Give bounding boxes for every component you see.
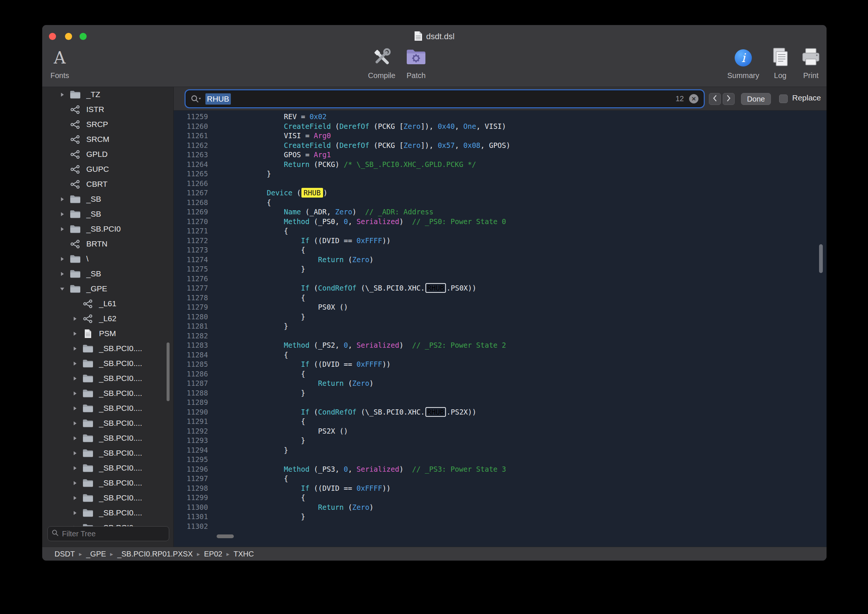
disclosure-triangle-icon[interactable]	[57, 211, 67, 217]
disclosure-triangle-icon[interactable]	[70, 376, 79, 381]
disclosure-triangle-icon[interactable]	[70, 480, 79, 486]
tree-item[interactable]: _L62	[42, 311, 174, 326]
code-line[interactable]: 11273 {	[174, 245, 826, 255]
code-line[interactable]: 11283 Method (_PS2, 0, Serialized) // _P…	[174, 341, 826, 350]
code-line[interactable]: 11300 Return (Zero)	[174, 503, 826, 512]
tree-item[interactable]: _SB.PCI0....	[42, 490, 174, 505]
disclosure-triangle-icon[interactable]	[70, 465, 79, 471]
tree-item[interactable]: ISTR	[42, 102, 174, 117]
code-line[interactable]: 11295	[174, 455, 826, 465]
disclosure-triangle-icon[interactable]	[57, 197, 67, 202]
code-line[interactable]: 11302	[174, 522, 826, 532]
disclosure-triangle-icon[interactable]	[70, 450, 79, 456]
tree-item[interactable]: _SB.PCI0....	[42, 445, 174, 460]
tree-item[interactable]: BRTN	[42, 236, 174, 251]
disclosure-triangle-icon[interactable]	[57, 92, 67, 98]
tree-item[interactable]: _SB	[42, 266, 174, 281]
disclosure-triangle-icon[interactable]	[57, 226, 67, 232]
disclosure-triangle-icon[interactable]	[70, 391, 79, 396]
tree-item[interactable]: PSM	[42, 326, 174, 341]
code-line[interactable]: 11296 Method (_PS3, 0, Serialized) // _P…	[174, 465, 826, 474]
tree-item[interactable]: CBRT	[42, 177, 174, 192]
disclosure-triangle-icon[interactable]	[57, 271, 67, 277]
tree-item[interactable]: _SB.PCI0....	[42, 341, 174, 356]
code-line[interactable]: 11268 {	[174, 198, 826, 208]
filter-tree-input[interactable]	[62, 530, 165, 538]
code-line[interactable]: 11290 If (CondRefOf (\_SB.PCI0.XHC.RHUB.…	[174, 408, 826, 417]
tree-item[interactable]: _TZ	[42, 87, 174, 102]
tree-item[interactable]: _SB.PCI0....	[42, 476, 174, 490]
disclosure-triangle-icon[interactable]	[70, 331, 79, 336]
replace-checkbox[interactable]	[779, 95, 788, 103]
code-line[interactable]: 11287 Return (Zero)	[174, 379, 826, 388]
code-line[interactable]: 11271 {	[174, 226, 826, 236]
code-line[interactable]: 11298 If ((DVID == 0xFFFF))	[174, 484, 826, 493]
search-icon[interactable]	[191, 95, 202, 104]
code-line[interactable]: 11277 If (CondRefOf (\_SB.PCI0.XHC.RHUB.…	[174, 284, 826, 293]
code-line[interactable]: 11289	[174, 398, 826, 408]
tree-item[interactable]: _SB.PCI0....	[42, 416, 174, 431]
tree-item[interactable]: _SB	[42, 192, 174, 206]
clear-search-icon[interactable]: ✕	[689, 94, 698, 104]
code-line[interactable]: 11280 }	[174, 312, 826, 322]
toolbar-item-print[interactable]: Print	[785, 45, 826, 80]
code-line[interactable]: 11284 {	[174, 350, 826, 360]
disclosure-triangle-icon[interactable]	[70, 510, 79, 516]
code-line[interactable]: 11299 {	[174, 493, 826, 503]
code-line[interactable]: 11282	[174, 331, 826, 341]
code-line[interactable]: 11265 }	[174, 169, 826, 179]
previous-match-button[interactable]	[709, 93, 721, 105]
code-line[interactable]: 11266	[174, 179, 826, 189]
code-line[interactable]: 11285 If ((DVID == 0xFFFF))	[174, 360, 826, 369]
tree-item[interactable]: SRCP	[42, 117, 174, 132]
tree-item[interactable]: GPLD	[42, 147, 174, 162]
editor-horizontal-scrollbar[interactable]	[217, 535, 234, 538]
done-button[interactable]: Done	[741, 93, 771, 105]
next-match-button[interactable]	[723, 93, 735, 105]
tree-item[interactable]: _SB.PCI0....	[42, 505, 174, 520]
disclosure-triangle-icon[interactable]	[70, 495, 79, 501]
toolbar-item-patch[interactable]: Patch	[390, 45, 442, 80]
breadcrumb-item[interactable]: _SB.PCI0.RP01.PXSX	[117, 550, 193, 558]
code-line[interactable]: 11264 Return (PCKG) /* \_SB_.PCI0.XHC_.G…	[174, 160, 826, 169]
code-line[interactable]: 11286 {	[174, 369, 826, 379]
code-line[interactable]: 11269 Name (_ADR, Zero) // _ADR: Address	[174, 207, 826, 217]
code-line[interactable]: 11262 CreateField (DerefOf (PCKG [Zero])…	[174, 141, 826, 150]
find-input[interactable]: RHUB 12 ✕	[186, 91, 703, 107]
disclosure-triangle-icon[interactable]	[70, 420, 79, 426]
tree-item[interactable]: _SB.PCI0....	[42, 401, 174, 416]
sidebar-scrollbar[interactable]	[167, 343, 170, 401]
filter-tree-field[interactable]	[47, 526, 169, 541]
editor-vertical-scrollbar[interactable]	[819, 244, 823, 273]
code-line[interactable]: 11263 GPOS = Arg1	[174, 150, 826, 160]
code-line[interactable]: 11259 REV = 0x02	[174, 112, 826, 122]
code-line[interactable]: 11270 Method (_PS0, 0, Serialized) // _P…	[174, 217, 826, 227]
disclosure-triangle-icon[interactable]	[70, 406, 79, 411]
code-line[interactable]: 11292 PS2X ()	[174, 426, 826, 436]
disclosure-triangle-icon[interactable]	[57, 286, 67, 291]
code-line[interactable]: 11301 }	[174, 512, 826, 522]
code-line[interactable]: 11291 {	[174, 417, 826, 426]
code-line[interactable]: 11294 }	[174, 445, 826, 455]
code-editor[interactable]: 11259 REV = 0x0211260 CreateField (Deref…	[174, 110, 826, 547]
code-line[interactable]: 11278 {	[174, 293, 826, 303]
breadcrumb-item[interactable]: TXHC	[233, 550, 254, 558]
code-line[interactable]: 11293 }	[174, 436, 826, 445]
code-line[interactable]: 11276	[174, 274, 826, 284]
code-line[interactable]: 11275 }	[174, 264, 826, 274]
toolbar-item-fonts[interactable]: A Fonts	[42, 45, 86, 80]
disclosure-triangle-icon[interactable]	[57, 256, 67, 262]
disclosure-triangle-icon[interactable]	[70, 346, 79, 352]
tree-item[interactable]: SRCM	[42, 132, 174, 147]
code-line[interactable]: 11281 }	[174, 322, 826, 331]
tree-item[interactable]: _SB.PCI0....	[42, 371, 174, 386]
code-line[interactable]: 11272 If ((DVID == 0xFFFF))	[174, 236, 826, 246]
breadcrumb-item[interactable]: _GPE	[86, 550, 106, 558]
code-line[interactable]: 11297 {	[174, 474, 826, 484]
code-line[interactable]: 11288 }	[174, 388, 826, 398]
tree-item[interactable]: _SB	[42, 206, 174, 222]
tree-item[interactable]: _SB.PCI0....	[42, 460, 174, 476]
tree-item[interactable]: _SB.PCI0	[42, 222, 174, 236]
tree-item[interactable]: _SB.PCI0....	[42, 356, 174, 371]
tree-item[interactable]: \	[42, 251, 174, 266]
